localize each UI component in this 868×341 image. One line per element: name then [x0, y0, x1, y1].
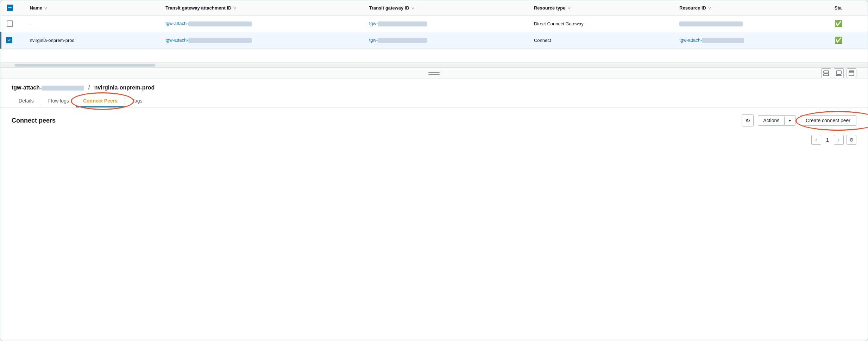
tab-details-label: Details — [19, 98, 34, 104]
detail-header: tgw-attach- / nvirginia-onprem-prod — [0, 79, 868, 91]
tab-connect-peers[interactable]: Connect Peers — [76, 95, 125, 107]
actions-dropdown[interactable]: Actions ▼ — [758, 115, 795, 126]
tgw-attach-id-breadcrumb: tgw-attach- — [12, 85, 84, 91]
tgw-attach-link-row1[interactable]: tgw-attach- — [165, 21, 251, 26]
td-name-row2: nvirginia-onprem-prod — [24, 32, 160, 49]
svg-rect-5 — [849, 72, 854, 76]
refresh-button[interactable]: ↻ — [742, 114, 754, 126]
status-ok-icon-row2: ✅ — [835, 37, 842, 44]
th-name-label: Name — [30, 5, 42, 11]
panel-control-split[interactable] — [821, 68, 831, 78]
tab-connect-peers-label: Connect Peers — [83, 98, 118, 104]
pagination-settings-button[interactable]: ⚙ — [847, 135, 856, 145]
checkmark-icon: ✓ — [8, 38, 11, 42]
td-tgw-id-row2: tgw- — [364, 32, 528, 49]
tab-tags-label: Tags — [132, 98, 143, 104]
create-connect-peer-wrapper: Create connect peer — [800, 115, 856, 126]
name-value-row1: – — [30, 21, 32, 26]
table-section: Name ▽ Transit gateway attachment ID ▽ — [0, 0, 868, 68]
header-checkbox[interactable] — [7, 5, 13, 11]
td-tgw-attach-row1: tgw-attach- — [160, 16, 363, 32]
th-name[interactable]: Name ▽ — [24, 0, 160, 16]
tab-flow-logs[interactable]: Flow logs — [41, 95, 76, 107]
breadcrumb-separator: / — [88, 85, 90, 91]
name-value-row2: nvirginia-onprem-prod — [30, 38, 75, 43]
checkbox-row1[interactable] — [7, 20, 13, 27]
redacted-bar — [378, 21, 427, 26]
tab-connect-peers-wrapper: Connect Peers — [76, 95, 125, 107]
sort-icon-tgw-id: ▽ — [411, 6, 414, 10]
sort-icon-tgw-attach: ▽ — [233, 6, 236, 10]
td-resource-id-row1 — [674, 16, 829, 32]
redacted-bar — [702, 38, 744, 43]
td-status-row1: ✅ — [829, 16, 868, 32]
redacted-bar — [188, 38, 252, 43]
resource-type-value-row1: Direct Connect Gateway — [534, 21, 584, 26]
th-resource-id-label: Resource ID — [679, 5, 706, 11]
tabs-container: Details Flow logs Connect Peers Tags — [0, 95, 868, 107]
detail-panel: tgw-attach- / nvirginia-onprem-prod Deta… — [0, 79, 868, 341]
divider-handle — [428, 72, 440, 75]
svg-rect-3 — [836, 75, 841, 76]
tab-flow-logs-label: Flow logs — [48, 98, 69, 104]
svg-rect-4 — [849, 71, 854, 72]
status-ok-icon-row1: ✅ — [835, 20, 842, 27]
connect-peers-title: Connect peers — [12, 117, 56, 124]
redacted-bar — [188, 21, 252, 26]
divider-line-bottom — [428, 74, 440, 75]
pagination-prev-button[interactable]: ‹ — [811, 135, 821, 145]
td-name-row1: – — [24, 16, 160, 32]
chevron-left-icon: ‹ — [816, 137, 817, 143]
th-status[interactable]: Sta — [829, 0, 868, 16]
pagination-next-button[interactable]: › — [834, 135, 844, 145]
td-checkbox-row2[interactable]: ✓ — [1, 32, 24, 49]
actions-caret: ▼ — [784, 117, 795, 125]
chevron-right-icon: › — [838, 137, 839, 143]
refresh-icon: ↻ — [746, 117, 750, 124]
th-tgw-id-label: Transit gateway ID — [369, 5, 409, 11]
table-row[interactable]: ✓ nvirginia-onprem-prod tgw-attach- — [1, 32, 868, 49]
th-tgw-attach-id[interactable]: Transit gateway attachment ID ▽ — [160, 0, 363, 16]
breadcrumb-name: nvirginia-onprem-prod — [94, 85, 155, 91]
th-checkbox[interactable] — [1, 0, 24, 16]
actions-label: Actions — [758, 116, 784, 125]
td-checkbox-row1[interactable] — [1, 16, 24, 32]
horizontal-scrollbar[interactable] — [0, 63, 868, 67]
tab-tags[interactable]: Tags — [125, 95, 150, 107]
panel-divider[interactable] — [0, 68, 868, 79]
th-resource-id[interactable]: Resource ID ▽ — [674, 0, 829, 16]
resource-id-link-row2[interactable]: tgw-attach- — [679, 37, 744, 43]
table-row[interactable]: – tgw-attach- tgw- — [1, 16, 868, 32]
tgw-id-link-row1[interactable]: tgw- — [369, 21, 427, 26]
tgw-attach-link-row2[interactable]: tgw-attach- — [165, 37, 251, 43]
resource-id-redacted-row1 — [679, 21, 743, 26]
th-tgw-id[interactable]: Transit gateway ID ▽ — [364, 0, 528, 16]
table-wrapper: Name ▽ Transit gateway attachment ID ▽ — [0, 0, 868, 63]
sort-icon-resource-type: ▽ — [568, 6, 571, 10]
tgw-id-link-row2[interactable]: tgw- — [369, 37, 427, 43]
panel-control-top[interactable] — [834, 68, 844, 78]
td-tgw-attach-row2: tgw-attach- — [160, 32, 363, 49]
svg-rect-0 — [824, 71, 829, 73]
header-actions: ↻ Actions ▼ Create connect peer — [742, 114, 856, 126]
td-resource-type-row1: Direct Connect Gateway — [528, 16, 674, 32]
pagination-page: 1 — [824, 137, 831, 143]
tgw-id-redacted — [42, 86, 84, 91]
scrollbar-thumb[interactable] — [14, 64, 155, 67]
connect-peers-section: Connect peers ↻ Actions ▼ Create connect… — [0, 107, 868, 152]
main-container: Name ▽ Transit gateway attachment ID ▽ — [0, 0, 868, 341]
tab-details[interactable]: Details — [12, 95, 41, 107]
gear-icon: ⚙ — [849, 137, 854, 143]
sort-icon-name: ▽ — [44, 6, 47, 10]
create-connect-peer-button[interactable]: Create connect peer — [800, 115, 856, 126]
td-tgw-id-row1: tgw- — [364, 16, 528, 32]
th-resource-type[interactable]: Resource type ▽ — [528, 0, 674, 16]
th-tgw-attach-id-label: Transit gateway attachment ID — [165, 5, 231, 11]
redacted-bar — [378, 38, 427, 43]
svg-rect-2 — [836, 71, 841, 74]
td-status-row2: ✅ — [829, 32, 868, 49]
breadcrumb-title: tgw-attach- / nvirginia-onprem-prod — [12, 85, 856, 91]
sort-icon-resource-id: ▽ — [708, 6, 711, 10]
checkbox-row2[interactable]: ✓ — [6, 37, 12, 43]
panel-control-bottom[interactable] — [847, 68, 856, 78]
